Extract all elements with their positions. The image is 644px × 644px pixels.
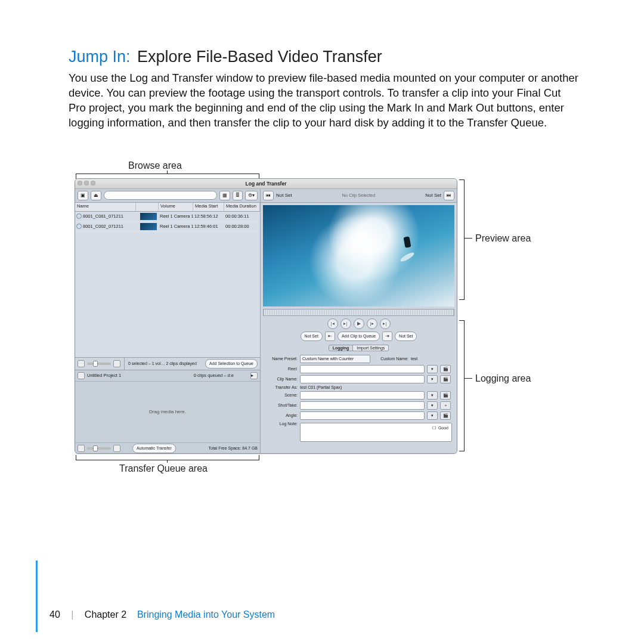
play-button[interactable]: ▶ [354,318,364,329]
body-paragraph: You use the Log and Transfer window to p… [69,71,578,131]
callout-logging: Logging area [475,373,531,384]
out-point-icon[interactable]: ⏭ [444,191,454,200]
callout-queue: Transfer Queue area [119,463,208,474]
in-point-tc: Not Set [276,193,292,198]
transfer-status-icon [76,213,82,219]
in-not-set: Not Set [301,332,323,341]
queue-drop-zone[interactable]: Drag media here. [75,382,260,442]
queue-project: Untitled Project 1 [87,373,121,378]
custom-name-value: test [411,357,417,361]
transfer-status-icon [76,224,82,229]
thumb-small-icon[interactable] [78,445,85,452]
thumb-view-button[interactable]: ▦ [219,191,230,200]
list-item[interactable]: 8001_C081_071211 Reel 1 Camera 1 12:58:5… [75,212,260,222]
search-input[interactable] [104,191,217,200]
clipname-field[interactable] [300,375,425,383]
callout-browse: Browse area [128,160,182,171]
preview-video [263,205,454,306]
page-number: 40 [49,609,60,620]
preview-header: ⏮ Not Set No Clip Selected Not Set ⏭ [261,189,457,203]
page-footer: 40 | Chapter 2 Bringing Media into Your … [0,609,644,620]
shot-label: Shot/Take: [267,403,298,407]
out-not-set: Not Set [395,332,417,341]
add-selection-button[interactable]: Add Selection to Queue [205,359,258,369]
project-icon [78,372,85,379]
lognote-label: Log Note: [267,422,298,426]
add-volume-button[interactable]: ▣ [78,191,88,200]
slate-icon[interactable]: 🎬 [440,391,451,400]
go-to-out-button[interactable]: ▸| [380,318,391,329]
play-queue-button[interactable]: ▸ [250,372,258,379]
thumb-size-min-icon[interactable] [78,360,85,367]
window-title: Log and Transfer [246,181,287,187]
col-volume[interactable]: Volume [159,203,193,211]
gear-icon[interactable]: ⚙▾ [245,191,258,200]
in-point-icon[interactable]: ⏮ [263,191,274,200]
clip-thumbnail [140,213,157,220]
dropdown-icon[interactable]: ▾ [427,411,438,420]
thumb-size-slider[interactable] [87,363,111,365]
name-preset-select[interactable]: Custom Name with Counter [300,355,370,363]
add-clip-button[interactable]: Add Clip to Queue [338,332,380,341]
bracket-preview [459,179,465,300]
browse-column-header: Name Volume Media Start Media Duration [75,203,260,212]
angle-field[interactable] [300,411,425,420]
play-in-to-out-button[interactable]: ▸| [340,318,351,329]
out-point-tc: Not Set [425,193,441,198]
mark-in-button[interactable]: ⇤ [325,332,335,341]
heading-prefix: Jump In: [69,48,131,66]
chapter-label: Chapter 2 [85,609,126,620]
browse-footer: 0 selected – 1 vol… 2 clips displayed Ad… [75,357,260,370]
eject-volume-button[interactable]: ⏏ [91,191,101,200]
thumb-large-icon[interactable] [113,445,120,452]
transfer-as-value: test C01 (Partial Spax) [300,385,342,389]
bracket-queue [76,455,259,460]
play-around-button[interactable]: |▸ [367,318,377,329]
slate-icon[interactable]: 🎬 [440,365,451,373]
clipname-label: Clip Name: [267,377,298,381]
transport-controls: |◂ ▸| ▶ |▸ ▸| [263,318,454,329]
queue-status: 0 clips queued – d:e [194,373,234,378]
list-item[interactable]: 8001_C002_071211 Reel 1 Camera 1 12:59:4… [75,222,260,232]
chapter-title: Bringing Media into Your System [137,609,275,620]
thumb-size-max-icon[interactable] [113,360,120,367]
clip-thumbnail [140,223,157,230]
section-heading: Jump In: Explore File-Based Video Transf… [69,48,578,66]
go-to-in-button[interactable]: |◂ [327,318,338,329]
footer-accent-bar [36,561,38,632]
mark-out-button[interactable]: ⇥ [382,332,392,341]
queue-thumb-slider[interactable] [87,447,111,450]
tab-logging[interactable]: Logging [329,345,354,351]
good-checkbox-label[interactable]: Good [438,426,448,430]
shot-field[interactable] [300,401,425,410]
dropdown-icon[interactable]: ▾ [427,365,438,373]
angle-label: Angle: [267,413,298,417]
slate-icon[interactable]: 🎬 [440,411,451,420]
transfer-queue: Untitled Project 1 0 clips queued – d:e … [75,370,260,454]
transfer-as-label: Transfer As: [267,385,298,389]
list-view-button[interactable]: ≣ [233,191,243,200]
tab-import-settings[interactable]: Import Settings [353,345,389,351]
transfer-mode-button[interactable]: Automatic Transfer [132,444,176,453]
col-media-start[interactable]: Media Start [193,203,224,211]
dropdown-icon[interactable]: ▾ [427,401,438,410]
heading-rest: Explore File-Based Video Transfer [133,48,382,66]
reel-field[interactable] [300,365,425,373]
scene-label: Scene: [267,393,298,397]
log-and-transfer-window: Log and Transfer ▣ ⏏ ▦ ≣ ⚙▾ Name [75,178,457,454]
col-media-duration[interactable]: Media Duration [224,203,260,211]
reel-label: Reel: [267,367,298,371]
traffic-lights[interactable] [78,181,95,185]
name-preset-label: Name Preset: [267,357,298,361]
col-name[interactable]: Name [75,203,136,211]
scene-field[interactable] [300,391,425,400]
scrubber-bar[interactable] [263,309,454,316]
inc-icon[interactable]: ＋ [440,401,451,410]
lognote-field[interactable] [300,423,452,442]
dropdown-icon[interactable]: ▾ [427,375,438,383]
browse-status: 0 selected – 1 vol… 2 clips displayed [128,361,197,366]
slate-icon[interactable]: 🎬 [440,375,451,383]
dropdown-icon[interactable]: ▾ [427,391,438,400]
bracket-logging [459,320,465,451]
browse-toolbar: ▣ ⏏ ▦ ≣ ⚙▾ [75,189,260,203]
